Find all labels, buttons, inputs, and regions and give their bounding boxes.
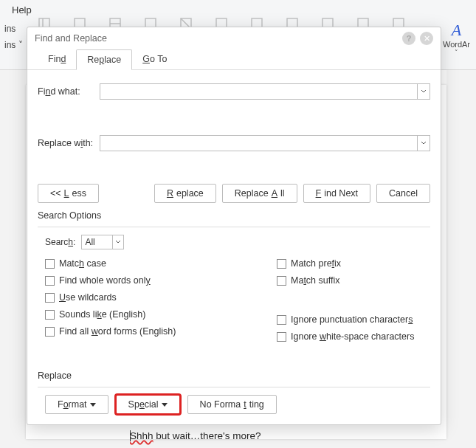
less-button[interactable]: << Less bbox=[38, 184, 99, 203]
search-direction-label: Search: bbox=[45, 237, 75, 247]
ignore-punctuation-label: Ignore punctuation characters bbox=[291, 314, 413, 325]
dialog-close-button[interactable]: ✕ bbox=[420, 32, 433, 45]
replace-all-button[interactable]: Replace All bbox=[222, 184, 297, 203]
document-text[interactable]: Shhh but wait…there's more? bbox=[130, 430, 261, 441]
ribbon-addins-1[interactable]: ins bbox=[0, 21, 27, 37]
wordart-icon: A bbox=[440, 21, 473, 40]
find-replace-dialog: Find and Replace ? ✕ Find Replace Go To … bbox=[27, 27, 441, 425]
wordart-button[interactable]: A WordAr ˅ bbox=[440, 21, 473, 56]
ignore-whitespace-checkbox[interactable] bbox=[277, 332, 286, 342]
replace-with-label: Replace with: bbox=[38, 138, 100, 148]
match-prefix-label: Match prefix bbox=[291, 258, 341, 269]
ignore-whitespace-label: Ignore white-space characters bbox=[291, 331, 414, 342]
divider bbox=[38, 387, 430, 387]
match-case-label: Match case bbox=[59, 258, 106, 269]
replace-section-label: Replace bbox=[38, 371, 430, 381]
help-menu[interactable]: Help bbox=[12, 4, 32, 15]
replace-button[interactable]: Replace bbox=[154, 184, 216, 203]
tab-find[interactable]: Find bbox=[38, 49, 76, 69]
match-suffix-label: Match suffix bbox=[291, 275, 339, 286]
find-what-label: Find what: bbox=[38, 86, 100, 97]
search-direction-value: All bbox=[81, 235, 112, 249]
cancel-button[interactable]: Cancel bbox=[376, 184, 430, 203]
tab-replace[interactable]: Replace bbox=[76, 49, 132, 70]
match-suffix-checkbox[interactable] bbox=[277, 276, 286, 286]
chevron-down-icon bbox=[162, 403, 168, 407]
find-what-input[interactable] bbox=[100, 83, 417, 100]
dialog-tabs: Find Replace Go To bbox=[27, 49, 441, 70]
special-button[interactable]: Special bbox=[116, 395, 180, 414]
dialog-title: Find and Replace bbox=[35, 33, 398, 44]
divider bbox=[38, 227, 430, 227]
chevron-down-icon[interactable] bbox=[112, 235, 124, 249]
whole-words-label: Find whole words only bbox=[59, 275, 151, 286]
sounds-like-label: Sounds like (English) bbox=[59, 309, 145, 320]
word-forms-label: Find all word forms (English) bbox=[59, 326, 176, 337]
whole-words-checkbox[interactable] bbox=[45, 276, 55, 286]
ribbon-addins-2[interactable]: ins ˅ bbox=[0, 37, 27, 53]
match-case-checkbox[interactable] bbox=[45, 259, 55, 269]
spellcheck-word: Shhh bbox=[130, 430, 154, 441]
format-button[interactable]: Format bbox=[45, 395, 108, 414]
dialog-help-button[interactable]: ? bbox=[402, 32, 415, 45]
wildcards-label: Use wildcards bbox=[59, 292, 117, 303]
ignore-punctuation-checkbox[interactable] bbox=[277, 315, 286, 325]
search-options-label: Search Options bbox=[38, 210, 430, 221]
match-prefix-checkbox[interactable] bbox=[277, 259, 286, 269]
word-forms-checkbox[interactable] bbox=[45, 327, 55, 337]
sounds-like-checkbox[interactable] bbox=[45, 310, 55, 320]
find-what-dropdown[interactable] bbox=[417, 83, 430, 100]
replace-with-input[interactable] bbox=[100, 135, 417, 151]
replace-with-dropdown[interactable] bbox=[417, 135, 430, 151]
no-formatting-button[interactable]: No Formatting bbox=[187, 395, 277, 414]
tab-goto[interactable]: Go To bbox=[132, 49, 177, 69]
find-next-button[interactable]: Find Next bbox=[303, 184, 371, 203]
search-direction-select[interactable]: All bbox=[81, 235, 124, 249]
chevron-down-icon bbox=[90, 403, 96, 407]
chevron-down-icon: ˅ bbox=[440, 49, 473, 56]
wildcards-checkbox[interactable] bbox=[45, 293, 55, 303]
wordart-label: WordAr bbox=[440, 40, 473, 49]
